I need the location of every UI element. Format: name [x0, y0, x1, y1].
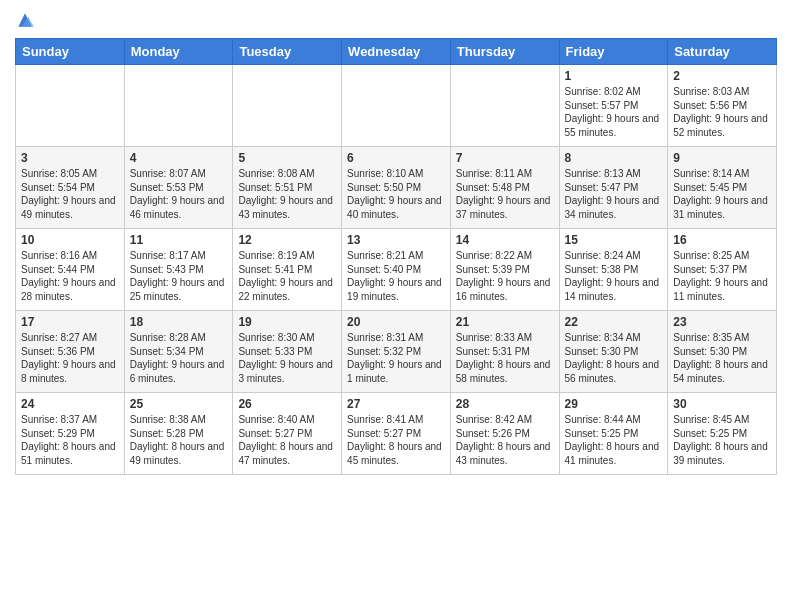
day-info: Sunrise: 8:24 AM Sunset: 5:38 PM Dayligh…: [565, 249, 663, 303]
calendar-week-0: 1Sunrise: 8:02 AM Sunset: 5:57 PM Daylig…: [16, 65, 777, 147]
calendar-cell: 4Sunrise: 8:07 AM Sunset: 5:53 PM Daylig…: [124, 147, 233, 229]
calendar-cell: 1Sunrise: 8:02 AM Sunset: 5:57 PM Daylig…: [559, 65, 668, 147]
page: SundayMondayTuesdayWednesdayThursdayFrid…: [0, 0, 792, 612]
day-number: 4: [130, 151, 228, 165]
day-number: 8: [565, 151, 663, 165]
calendar-cell: 23Sunrise: 8:35 AM Sunset: 5:30 PM Dayli…: [668, 311, 777, 393]
day-number: 2: [673, 69, 771, 83]
calendar-cell: 25Sunrise: 8:38 AM Sunset: 5:28 PM Dayli…: [124, 393, 233, 475]
day-number: 6: [347, 151, 445, 165]
day-number: 19: [238, 315, 336, 329]
day-number: 28: [456, 397, 554, 411]
day-number: 16: [673, 233, 771, 247]
calendar-cell: 9Sunrise: 8:14 AM Sunset: 5:45 PM Daylig…: [668, 147, 777, 229]
calendar-cell: 16Sunrise: 8:25 AM Sunset: 5:37 PM Dayli…: [668, 229, 777, 311]
day-number: 13: [347, 233, 445, 247]
calendar-cell: 8Sunrise: 8:13 AM Sunset: 5:47 PM Daylig…: [559, 147, 668, 229]
calendar-cell: 14Sunrise: 8:22 AM Sunset: 5:39 PM Dayli…: [450, 229, 559, 311]
calendar-cell: 13Sunrise: 8:21 AM Sunset: 5:40 PM Dayli…: [342, 229, 451, 311]
day-number: 3: [21, 151, 119, 165]
day-info: Sunrise: 8:42 AM Sunset: 5:26 PM Dayligh…: [456, 413, 554, 467]
day-number: 5: [238, 151, 336, 165]
calendar-week-3: 17Sunrise: 8:27 AM Sunset: 5:36 PM Dayli…: [16, 311, 777, 393]
day-number: 15: [565, 233, 663, 247]
calendar-week-2: 10Sunrise: 8:16 AM Sunset: 5:44 PM Dayli…: [16, 229, 777, 311]
calendar-header-monday: Monday: [124, 39, 233, 65]
day-number: 1: [565, 69, 663, 83]
day-info: Sunrise: 8:16 AM Sunset: 5:44 PM Dayligh…: [21, 249, 119, 303]
day-info: Sunrise: 8:13 AM Sunset: 5:47 PM Dayligh…: [565, 167, 663, 221]
day-number: 25: [130, 397, 228, 411]
calendar-cell: [233, 65, 342, 147]
calendar-cell: 19Sunrise: 8:30 AM Sunset: 5:33 PM Dayli…: [233, 311, 342, 393]
day-number: 29: [565, 397, 663, 411]
day-info: Sunrise: 8:07 AM Sunset: 5:53 PM Dayligh…: [130, 167, 228, 221]
day-info: Sunrise: 8:38 AM Sunset: 5:28 PM Dayligh…: [130, 413, 228, 467]
day-info: Sunrise: 8:40 AM Sunset: 5:27 PM Dayligh…: [238, 413, 336, 467]
day-info: Sunrise: 8:11 AM Sunset: 5:48 PM Dayligh…: [456, 167, 554, 221]
day-number: 9: [673, 151, 771, 165]
calendar-cell: [16, 65, 125, 147]
header: [15, 10, 777, 30]
day-info: Sunrise: 8:33 AM Sunset: 5:31 PM Dayligh…: [456, 331, 554, 385]
day-info: Sunrise: 8:28 AM Sunset: 5:34 PM Dayligh…: [130, 331, 228, 385]
day-number: 21: [456, 315, 554, 329]
logo-icon: [15, 10, 35, 30]
day-info: Sunrise: 8:17 AM Sunset: 5:43 PM Dayligh…: [130, 249, 228, 303]
calendar-cell: 28Sunrise: 8:42 AM Sunset: 5:26 PM Dayli…: [450, 393, 559, 475]
day-number: 11: [130, 233, 228, 247]
calendar-week-4: 24Sunrise: 8:37 AM Sunset: 5:29 PM Dayli…: [16, 393, 777, 475]
day-info: Sunrise: 8:37 AM Sunset: 5:29 PM Dayligh…: [21, 413, 119, 467]
day-info: Sunrise: 8:03 AM Sunset: 5:56 PM Dayligh…: [673, 85, 771, 139]
calendar-cell: 6Sunrise: 8:10 AM Sunset: 5:50 PM Daylig…: [342, 147, 451, 229]
calendar-header-thursday: Thursday: [450, 39, 559, 65]
calendar-cell: 10Sunrise: 8:16 AM Sunset: 5:44 PM Dayli…: [16, 229, 125, 311]
day-number: 7: [456, 151, 554, 165]
day-info: Sunrise: 8:25 AM Sunset: 5:37 PM Dayligh…: [673, 249, 771, 303]
day-number: 23: [673, 315, 771, 329]
calendar-cell: 18Sunrise: 8:28 AM Sunset: 5:34 PM Dayli…: [124, 311, 233, 393]
day-info: Sunrise: 8:10 AM Sunset: 5:50 PM Dayligh…: [347, 167, 445, 221]
calendar-cell: 26Sunrise: 8:40 AM Sunset: 5:27 PM Dayli…: [233, 393, 342, 475]
calendar-header-wednesday: Wednesday: [342, 39, 451, 65]
calendar-cell: 3Sunrise: 8:05 AM Sunset: 5:54 PM Daylig…: [16, 147, 125, 229]
calendar-week-1: 3Sunrise: 8:05 AM Sunset: 5:54 PM Daylig…: [16, 147, 777, 229]
calendar-cell: 17Sunrise: 8:27 AM Sunset: 5:36 PM Dayli…: [16, 311, 125, 393]
logo: [15, 10, 39, 30]
calendar-cell: [342, 65, 451, 147]
day-info: Sunrise: 8:02 AM Sunset: 5:57 PM Dayligh…: [565, 85, 663, 139]
calendar-cell: 12Sunrise: 8:19 AM Sunset: 5:41 PM Dayli…: [233, 229, 342, 311]
calendar-cell: 29Sunrise: 8:44 AM Sunset: 5:25 PM Dayli…: [559, 393, 668, 475]
day-number: 27: [347, 397, 445, 411]
calendar-cell: [450, 65, 559, 147]
day-info: Sunrise: 8:30 AM Sunset: 5:33 PM Dayligh…: [238, 331, 336, 385]
day-number: 10: [21, 233, 119, 247]
calendar-header-sunday: Sunday: [16, 39, 125, 65]
day-number: 14: [456, 233, 554, 247]
calendar-cell: 21Sunrise: 8:33 AM Sunset: 5:31 PM Dayli…: [450, 311, 559, 393]
calendar-table: SundayMondayTuesdayWednesdayThursdayFrid…: [15, 38, 777, 475]
calendar-cell: 2Sunrise: 8:03 AM Sunset: 5:56 PM Daylig…: [668, 65, 777, 147]
day-number: 24: [21, 397, 119, 411]
day-number: 12: [238, 233, 336, 247]
day-info: Sunrise: 8:31 AM Sunset: 5:32 PM Dayligh…: [347, 331, 445, 385]
day-number: 20: [347, 315, 445, 329]
day-info: Sunrise: 8:27 AM Sunset: 5:36 PM Dayligh…: [21, 331, 119, 385]
calendar-cell: 24Sunrise: 8:37 AM Sunset: 5:29 PM Dayli…: [16, 393, 125, 475]
calendar-cell: 5Sunrise: 8:08 AM Sunset: 5:51 PM Daylig…: [233, 147, 342, 229]
day-number: 22: [565, 315, 663, 329]
calendar-cell: 22Sunrise: 8:34 AM Sunset: 5:30 PM Dayli…: [559, 311, 668, 393]
day-info: Sunrise: 8:34 AM Sunset: 5:30 PM Dayligh…: [565, 331, 663, 385]
calendar-cell: 27Sunrise: 8:41 AM Sunset: 5:27 PM Dayli…: [342, 393, 451, 475]
day-number: 17: [21, 315, 119, 329]
day-info: Sunrise: 8:41 AM Sunset: 5:27 PM Dayligh…: [347, 413, 445, 467]
day-number: 26: [238, 397, 336, 411]
calendar-cell: 20Sunrise: 8:31 AM Sunset: 5:32 PM Dayli…: [342, 311, 451, 393]
day-info: Sunrise: 8:21 AM Sunset: 5:40 PM Dayligh…: [347, 249, 445, 303]
day-info: Sunrise: 8:14 AM Sunset: 5:45 PM Dayligh…: [673, 167, 771, 221]
day-number: 18: [130, 315, 228, 329]
day-info: Sunrise: 8:35 AM Sunset: 5:30 PM Dayligh…: [673, 331, 771, 385]
day-info: Sunrise: 8:19 AM Sunset: 5:41 PM Dayligh…: [238, 249, 336, 303]
calendar-header-row: SundayMondayTuesdayWednesdayThursdayFrid…: [16, 39, 777, 65]
calendar-header-tuesday: Tuesday: [233, 39, 342, 65]
